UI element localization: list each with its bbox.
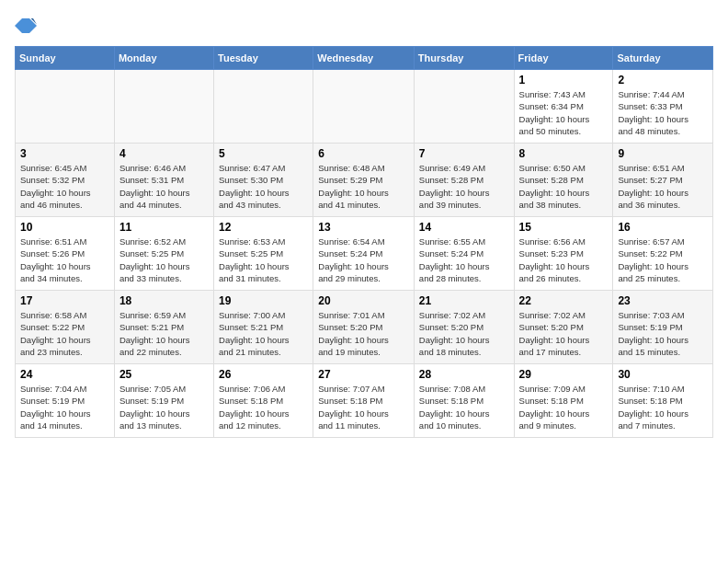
calendar-cell: 24Sunrise: 7:04 AM Sunset: 5:19 PM Dayli…	[16, 364, 115, 438]
calendar-cell: 20Sunrise: 7:01 AM Sunset: 5:20 PM Dayli…	[313, 291, 415, 364]
header-day-wednesday: Wednesday	[313, 47, 415, 70]
day-number: 21	[419, 294, 509, 307]
day-number: 16	[618, 221, 708, 234]
calendar-cell: 14Sunrise: 6:55 AM Sunset: 5:24 PM Dayli…	[414, 217, 514, 291]
day-number: 19	[219, 294, 308, 307]
day-number: 22	[519, 294, 609, 307]
day-info: Sunrise: 6:47 AM Sunset: 5:30 PM Dayligh…	[219, 162, 308, 211]
calendar-cell: 29Sunrise: 7:09 AM Sunset: 5:18 PM Dayli…	[514, 364, 613, 438]
day-info: Sunrise: 7:04 AM Sunset: 5:19 PM Dayligh…	[20, 383, 109, 431]
day-info: Sunrise: 7:08 AM Sunset: 5:18 PM Dayligh…	[419, 383, 509, 431]
day-number: 12	[219, 221, 308, 234]
header-day-thursday: Thursday	[414, 47, 514, 70]
calendar-cell: 10Sunrise: 6:51 AM Sunset: 5:26 PM Dayli…	[16, 217, 115, 291]
calendar-cell: 5Sunrise: 6:47 AM Sunset: 5:30 PM Daylig…	[214, 144, 313, 217]
day-info: Sunrise: 6:50 AM Sunset: 5:28 PM Dayligh…	[519, 162, 609, 211]
day-number: 1	[519, 74, 609, 86]
day-number: 20	[318, 294, 409, 307]
day-number: 29	[519, 368, 609, 381]
day-number: 30	[618, 368, 708, 381]
day-info: Sunrise: 6:57 AM Sunset: 5:22 PM Dayligh…	[618, 236, 708, 284]
day-number: 11	[119, 221, 209, 234]
day-info: Sunrise: 6:49 AM Sunset: 5:28 PM Dayligh…	[419, 162, 509, 211]
header-day-friday: Friday	[514, 47, 613, 70]
calendar-table: SundayMondayTuesdayWednesdayThursdayFrid…	[15, 46, 713, 438]
day-info: Sunrise: 6:59 AM Sunset: 5:21 PM Dayligh…	[119, 309, 209, 358]
day-number: 17	[20, 294, 109, 307]
logo	[15, 15, 40, 37]
day-number: 28	[419, 368, 509, 381]
day-number: 23	[618, 294, 708, 307]
calendar-cell	[313, 70, 415, 144]
calendar-cell: 25Sunrise: 7:05 AM Sunset: 5:19 PM Dayli…	[114, 364, 213, 438]
calendar-cell: 30Sunrise: 7:10 AM Sunset: 5:18 PM Dayli…	[613, 364, 713, 438]
calendar-cell: 9Sunrise: 6:51 AM Sunset: 5:27 PM Daylig…	[613, 144, 713, 217]
calendar-cell: 12Sunrise: 6:53 AM Sunset: 5:25 PM Dayli…	[214, 217, 313, 291]
day-number: 26	[219, 368, 308, 381]
day-info: Sunrise: 7:09 AM Sunset: 5:18 PM Dayligh…	[519, 383, 609, 431]
calendar-cell: 19Sunrise: 7:00 AM Sunset: 5:21 PM Dayli…	[214, 291, 313, 364]
day-info: Sunrise: 7:00 AM Sunset: 5:21 PM Dayligh…	[219, 309, 308, 358]
calendar-week-row: 10Sunrise: 6:51 AM Sunset: 5:26 PM Dayli…	[16, 217, 713, 291]
calendar-cell: 11Sunrise: 6:52 AM Sunset: 5:25 PM Dayli…	[114, 217, 213, 291]
day-info: Sunrise: 7:07 AM Sunset: 5:18 PM Dayligh…	[318, 383, 409, 431]
day-number: 24	[20, 368, 109, 381]
day-info: Sunrise: 7:01 AM Sunset: 5:20 PM Dayligh…	[318, 309, 409, 358]
calendar-cell: 8Sunrise: 6:50 AM Sunset: 5:28 PM Daylig…	[514, 144, 613, 217]
day-info: Sunrise: 6:46 AM Sunset: 5:31 PM Dayligh…	[119, 162, 209, 211]
day-info: Sunrise: 6:51 AM Sunset: 5:26 PM Dayligh…	[20, 236, 109, 284]
calendar-cell: 21Sunrise: 7:02 AM Sunset: 5:20 PM Dayli…	[414, 291, 514, 364]
day-number: 27	[318, 368, 409, 381]
day-info: Sunrise: 7:44 AM Sunset: 6:33 PM Dayligh…	[618, 88, 708, 137]
header-day-tuesday: Tuesday	[214, 47, 313, 70]
day-info: Sunrise: 7:03 AM Sunset: 5:19 PM Dayligh…	[618, 309, 708, 358]
day-info: Sunrise: 6:54 AM Sunset: 5:24 PM Dayligh…	[318, 236, 409, 284]
day-number: 7	[419, 147, 509, 160]
calendar-cell	[414, 70, 514, 144]
calendar-week-row: 1Sunrise: 7:43 AM Sunset: 6:34 PM Daylig…	[16, 70, 713, 144]
calendar-cell: 23Sunrise: 7:03 AM Sunset: 5:19 PM Dayli…	[613, 291, 713, 364]
calendar-cell: 7Sunrise: 6:49 AM Sunset: 5:28 PM Daylig…	[414, 144, 514, 217]
calendar-cell	[16, 70, 115, 144]
day-info: Sunrise: 6:55 AM Sunset: 5:24 PM Dayligh…	[419, 236, 509, 284]
page-header	[15, 15, 713, 37]
day-info: Sunrise: 6:51 AM Sunset: 5:27 PM Dayligh…	[618, 162, 708, 211]
calendar-cell	[214, 70, 313, 144]
header-day-monday: Monday	[114, 47, 213, 70]
day-number: 8	[519, 147, 609, 160]
calendar-cell	[114, 70, 213, 144]
day-number: 3	[20, 147, 109, 160]
day-info: Sunrise: 7:06 AM Sunset: 5:18 PM Dayligh…	[219, 383, 308, 431]
day-number: 4	[119, 147, 209, 160]
calendar-week-row: 17Sunrise: 6:58 AM Sunset: 5:22 PM Dayli…	[16, 291, 713, 364]
calendar-cell: 27Sunrise: 7:07 AM Sunset: 5:18 PM Dayli…	[313, 364, 415, 438]
calendar-cell: 6Sunrise: 6:48 AM Sunset: 5:29 PM Daylig…	[313, 144, 415, 217]
calendar-week-row: 24Sunrise: 7:04 AM Sunset: 5:19 PM Dayli…	[16, 364, 713, 438]
day-number: 25	[119, 368, 209, 381]
calendar-week-row: 3Sunrise: 6:45 AM Sunset: 5:32 PM Daylig…	[16, 144, 713, 217]
calendar-cell: 1Sunrise: 7:43 AM Sunset: 6:34 PM Daylig…	[514, 70, 613, 144]
day-number: 13	[318, 221, 409, 234]
calendar-cell: 26Sunrise: 7:06 AM Sunset: 5:18 PM Dayli…	[214, 364, 313, 438]
day-number: 6	[318, 147, 409, 160]
calendar-cell: 28Sunrise: 7:08 AM Sunset: 5:18 PM Dayli…	[414, 364, 514, 438]
calendar-cell: 3Sunrise: 6:45 AM Sunset: 5:32 PM Daylig…	[16, 144, 115, 217]
calendar-cell: 17Sunrise: 6:58 AM Sunset: 5:22 PM Dayli…	[16, 291, 115, 364]
day-info: Sunrise: 6:45 AM Sunset: 5:32 PM Dayligh…	[20, 162, 109, 211]
day-number: 9	[618, 147, 708, 160]
logo-icon	[15, 15, 37, 37]
day-info: Sunrise: 7:05 AM Sunset: 5:19 PM Dayligh…	[119, 383, 209, 431]
day-number: 18	[119, 294, 209, 307]
calendar-cell: 22Sunrise: 7:02 AM Sunset: 5:20 PM Dayli…	[514, 291, 613, 364]
day-info: Sunrise: 6:52 AM Sunset: 5:25 PM Dayligh…	[119, 236, 209, 284]
day-info: Sunrise: 7:10 AM Sunset: 5:18 PM Dayligh…	[618, 383, 708, 431]
day-info: Sunrise: 6:48 AM Sunset: 5:29 PM Dayligh…	[318, 162, 409, 211]
day-number: 14	[419, 221, 509, 234]
calendar-cell: 2Sunrise: 7:44 AM Sunset: 6:33 PM Daylig…	[613, 70, 713, 144]
day-info: Sunrise: 6:53 AM Sunset: 5:25 PM Dayligh…	[219, 236, 308, 284]
calendar-header-row: SundayMondayTuesdayWednesdayThursdayFrid…	[16, 47, 713, 70]
day-number: 5	[219, 147, 308, 160]
calendar-cell: 15Sunrise: 6:56 AM Sunset: 5:23 PM Dayli…	[514, 217, 613, 291]
header-day-saturday: Saturday	[613, 47, 713, 70]
day-info: Sunrise: 7:43 AM Sunset: 6:34 PM Dayligh…	[519, 88, 609, 137]
